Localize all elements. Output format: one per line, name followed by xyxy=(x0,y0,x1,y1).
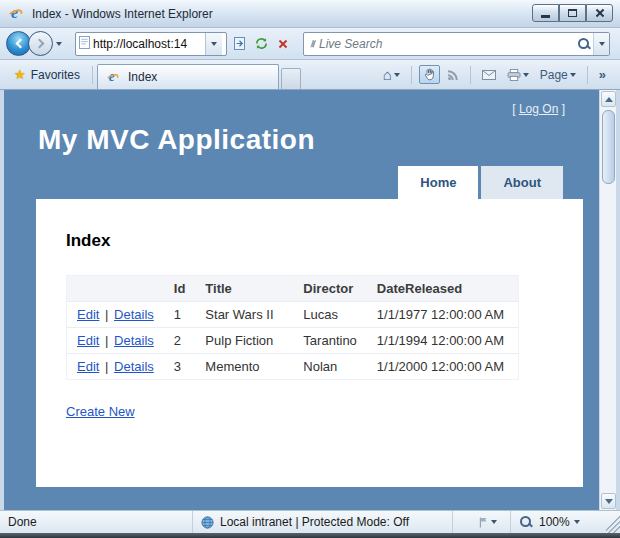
page-content: [ Log On ] My MVC Application Home About… xyxy=(4,90,599,510)
date-cell: 1/1/1977 12:00:00 AM xyxy=(367,302,519,328)
date-cell: 1/1/2000 12:00:00 AM xyxy=(367,354,519,380)
hand-tool-button[interactable] xyxy=(419,65,440,84)
content-box: Index Id Title Director DateReleased Edi… xyxy=(36,199,583,487)
tab-favicon: e xyxy=(106,70,120,84)
compatibility-view-button[interactable] xyxy=(229,33,249,55)
chevron-down-icon xyxy=(599,42,605,46)
divider xyxy=(470,66,471,84)
menu-tab-about[interactable]: About xyxy=(481,166,563,199)
forward-button[interactable] xyxy=(28,31,53,56)
link-separator: | xyxy=(105,307,108,322)
close-icon xyxy=(595,8,605,18)
page-menu-button[interactable]: Page xyxy=(536,65,580,85)
forward-arrow-icon xyxy=(34,39,44,49)
scroll-down-button[interactable] xyxy=(601,493,616,509)
actions-cell: Edit | Details xyxy=(67,302,164,328)
print-button[interactable] xyxy=(503,66,533,84)
close-button[interactable] xyxy=(586,4,613,22)
main-menu: Home About xyxy=(4,166,563,199)
vertical-scrollbar[interactable] xyxy=(599,90,616,510)
zoom-icon xyxy=(519,515,533,529)
title-cell: Star Wars II xyxy=(195,302,293,328)
minimize-button[interactable] xyxy=(532,4,559,22)
title-cell: Memento xyxy=(195,354,293,380)
page-menu-label: Page xyxy=(540,68,568,82)
flag-icon xyxy=(479,517,488,528)
actions-cell: Edit | Details xyxy=(67,354,164,380)
minimize-icon xyxy=(541,15,550,18)
edit-link[interactable]: Edit xyxy=(77,307,99,322)
chevron-down-icon xyxy=(523,73,529,77)
divider xyxy=(92,66,93,84)
zoom-control[interactable]: 100% xyxy=(510,511,606,533)
id-cell: 1 xyxy=(164,302,196,328)
link-separator: | xyxy=(105,333,108,348)
director-cell: Lucas xyxy=(293,302,366,328)
mail-icon xyxy=(482,70,496,80)
stop-button[interactable] xyxy=(273,33,293,55)
id-cell: 3 xyxy=(164,354,196,380)
address-input[interactable] xyxy=(93,37,205,51)
search-icon[interactable] xyxy=(577,37,591,51)
chevron-down-icon xyxy=(570,73,576,77)
app-title: My MVC Application xyxy=(38,124,599,156)
details-link[interactable]: Details xyxy=(114,359,154,374)
tab-index[interactable]: e Index xyxy=(97,64,279,89)
refresh-button[interactable] xyxy=(251,33,271,55)
edit-link[interactable]: Edit xyxy=(77,333,99,348)
create-new-link[interactable]: Create New xyxy=(66,404,135,419)
ie-logo-icon: e xyxy=(8,5,25,22)
address-bar[interactable] xyxy=(75,32,227,56)
security-status-button[interactable] xyxy=(466,511,510,533)
logon-area: [ Log On ] xyxy=(4,90,599,116)
window-title: Index - Windows Internet Explorer xyxy=(32,7,213,21)
actions-cell: Edit | Details xyxy=(67,328,164,354)
address-dropdown[interactable] xyxy=(205,33,222,55)
window-bottom-edge xyxy=(0,533,620,538)
new-tab-button[interactable] xyxy=(281,68,301,89)
col-id: Id xyxy=(164,276,196,302)
scroll-thumb[interactable] xyxy=(602,110,615,184)
back-arrow-icon xyxy=(15,39,25,49)
favorites-star-icon: ★ xyxy=(14,67,26,82)
edit-link[interactable]: Edit xyxy=(77,359,99,374)
favorites-bar: ★ Favorites e Index ⌂ xyxy=(0,60,620,90)
col-datereleased: DateReleased xyxy=(367,276,519,302)
details-link[interactable]: Details xyxy=(114,307,154,322)
table-row: Edit | Details 2 Pulp Fiction Tarantino … xyxy=(67,328,519,354)
page-heading: Index xyxy=(66,231,553,251)
maximize-button[interactable] xyxy=(559,4,586,22)
command-bar: ⌂ Page » xyxy=(379,65,614,85)
recent-pages-dropdown[interactable] xyxy=(53,38,65,50)
read-mail-button[interactable] xyxy=(478,67,500,83)
chevron-down-icon xyxy=(394,73,400,77)
divider xyxy=(411,66,412,84)
feeds-button[interactable] xyxy=(443,66,463,84)
title-cell: Pulp Fiction xyxy=(195,328,293,354)
logon-bracket-open: [ xyxy=(512,102,515,116)
search-dropdown[interactable] xyxy=(593,33,609,55)
favorites-button[interactable]: ★ Favorites xyxy=(6,64,88,85)
stop-icon xyxy=(278,39,288,49)
home-button[interactable]: ⌂ xyxy=(379,65,404,84)
scroll-up-button[interactable] xyxy=(601,91,616,107)
director-cell: Tarantino xyxy=(293,328,366,354)
status-text: Done xyxy=(0,511,192,533)
window-controls xyxy=(532,4,613,22)
details-link[interactable]: Details xyxy=(114,333,154,348)
col-title: Title xyxy=(195,276,293,302)
movies-table: Id Title Director DateReleased Edit | De… xyxy=(66,275,519,380)
status-spacer xyxy=(452,511,466,533)
toolbar-overflow-button[interactable]: » xyxy=(595,65,610,84)
logon-bracket-close: ] xyxy=(562,102,565,116)
menu-tab-home[interactable]: Home xyxy=(398,166,478,199)
search-input[interactable] xyxy=(319,37,577,51)
search-box[interactable] xyxy=(303,32,610,56)
intranet-globe-icon xyxy=(201,516,214,529)
compatibility-icon xyxy=(234,37,245,50)
resize-grip[interactable] xyxy=(606,511,620,533)
arrow-down-icon xyxy=(605,499,613,504)
feed-icon xyxy=(447,69,459,81)
title-bar[interactable]: e Index - Windows Internet Explorer xyxy=(0,0,620,28)
logon-link[interactable]: Log On xyxy=(519,102,558,116)
